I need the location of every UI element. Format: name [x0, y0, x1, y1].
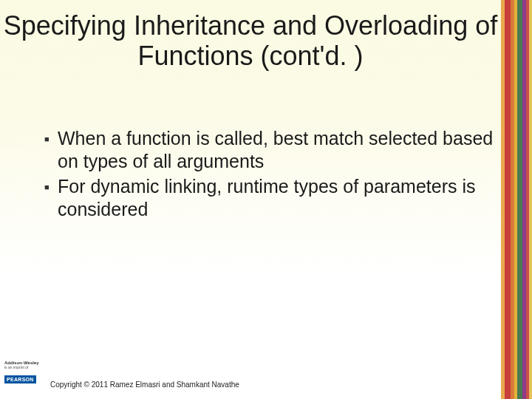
list-item: ■ When a function is called, best match …: [44, 127, 495, 172]
decorative-stripe-bar: [501, 0, 532, 399]
bullet-square-icon: ■: [44, 134, 50, 143]
stripe: [505, 0, 511, 399]
copyright-text: Copyright © 2011 Ramez Elmasri and Shamk…: [50, 381, 239, 389]
bullet-square-icon: ■: [44, 183, 50, 191]
stripe: [529, 0, 532, 399]
bullet-text: When a function is called, best match se…: [58, 127, 495, 172]
slide: Specifying Inheritance and Overloading o…: [0, 0, 532, 399]
list-item: ■ For dynamic linking, runtime types of …: [44, 175, 495, 220]
bullet-list: ■ When a function is called, best match …: [44, 127, 495, 223]
pearson-brand: PEARSON: [4, 375, 36, 383]
publisher-logo: Addison-Wesley is an imprint of PEARSON: [4, 361, 43, 384]
stripe: [517, 0, 522, 399]
publisher-subline: is an imprint of: [4, 366, 43, 369]
slide-title: Specifying Inheritance and Overloading o…: [0, 10, 501, 72]
bullet-text: For dynamic linking, runtime types of pa…: [58, 175, 495, 220]
